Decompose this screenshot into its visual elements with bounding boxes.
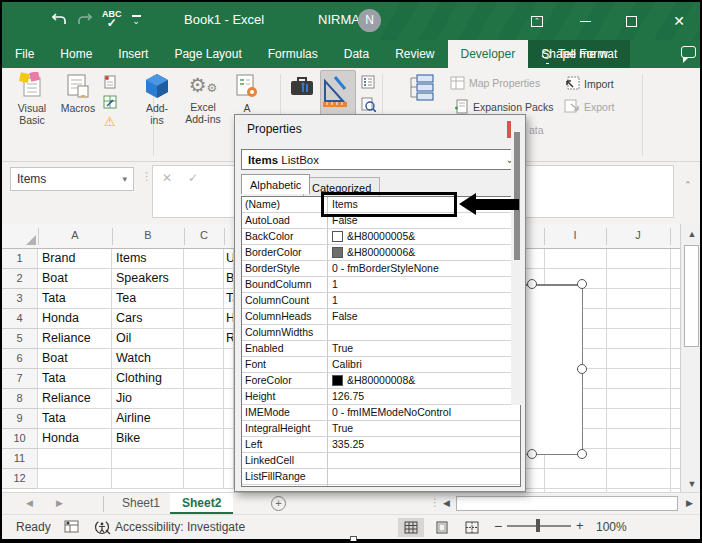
excel-addins-button[interactable]: ⚙⚙ Excel Add-ins [180,72,226,125]
property-row-columnheads[interactable]: ColumnHeadsFalse [242,309,520,325]
selection-handle[interactable] [577,364,587,374]
selection-handle[interactable] [577,279,587,289]
row-header[interactable]: 1 [2,249,38,269]
namebox-splitter[interactable]: ⋮ [141,170,152,183]
tab-alphabetic[interactable]: Alphabetic [241,174,310,194]
page-layout-view-icon[interactable] [429,518,455,537]
ribbon-display-options-icon[interactable]: ⌃ [520,8,554,34]
property-grid-scrollbar[interactable] [511,116,524,405]
scroll-left-icon[interactable]: ◀ [443,498,450,508]
property-row-imemode[interactable]: IMEMode0 - fmIMEModeNoControl [242,405,520,421]
vscroll-thumb[interactable] [684,245,699,347]
property-row-borderstyle[interactable]: BorderStyle0 - fmBorderStyleNone [242,261,520,277]
cell-a[interactable] [38,449,112,469]
cell-d-peek[interactable]: B [224,269,234,289]
new-sheet-icon[interactable]: + [271,496,286,511]
cell-b[interactable]: Items [112,249,184,269]
cell-c[interactable] [184,289,224,309]
prev-sheet-icon[interactable]: ◀ [26,498,33,508]
selection-handle[interactable] [527,279,537,289]
cell-b[interactable]: Jio [112,389,184,409]
cell-d-peek[interactable] [224,389,234,409]
property-row-forecolor[interactable]: ForeColor&H80000008& [242,373,520,389]
cancel-entry-icon[interactable]: ✕ [162,171,172,185]
spelling-icon[interactable]: ABC✓ [102,10,122,28]
property-row-boundcolumn[interactable]: BoundColumn1 [242,277,520,293]
property-row-height[interactable]: Height126.75 [242,389,520,405]
scroll-up-icon[interactable]: ▲ [681,229,702,239]
property-row-left[interactable]: Left335.25 [242,437,520,453]
name-box[interactable]: Items ▾ [10,167,134,191]
cell-b[interactable]: Speakers [112,269,184,289]
cell-d-peek[interactable]: Ta [224,289,234,309]
property-value[interactable]: True [328,421,520,437]
tab-data[interactable]: Data [331,40,382,68]
design-mode-button[interactable] [320,70,356,116]
property-value[interactable]: &H80000005& [328,229,520,245]
property-value[interactable]: &H80000008& [328,373,520,389]
row-header[interactable]: 7 [2,369,38,389]
minimize-button[interactable] [568,8,602,34]
customize-qat-icon[interactable]: ⌄ [132,15,141,24]
column-header-I[interactable]: I [573,229,576,241]
tab-formulas[interactable]: Formulas [255,40,331,68]
cell-b[interactable]: Watch [112,349,184,369]
hscroll-thumb[interactable] [456,496,678,511]
addins-button[interactable]: Add- ins [140,72,174,126]
expansion-packs-button[interactable]: Expansion Packs [454,99,554,114]
row-header[interactable]: 5 [2,329,38,349]
column-header-B[interactable]: B [144,229,151,241]
confirm-entry-icon[interactable]: ✓ [188,171,198,185]
cell-c[interactable] [184,269,224,289]
listbox-control[interactable] [522,284,583,455]
record-macro-status-icon[interactable] [64,519,79,537]
accessibility-icon[interactable] [94,519,111,538]
cell-d-peek[interactable] [224,409,234,429]
property-row-font[interactable]: FontCalibri [242,357,520,373]
row-header[interactable]: 10 [2,429,38,449]
visual-basic-button[interactable]: Visual Basic [10,72,54,126]
zoom-slider-thumb[interactable] [536,519,540,532]
page-break-view-icon[interactable] [459,518,485,537]
collapse-formula-bar-icon[interactable]: ⌃ [684,180,692,190]
cell-d-peek[interactable]: R [224,329,234,349]
property-value[interactable]: 0 - fmListStylePlain [328,485,520,487]
property-value[interactable]: 335.25 [328,437,520,453]
property-row-columncount[interactable]: ColumnCount1 [242,293,520,309]
tabbar-splitter[interactable]: ⋮ [430,497,440,508]
cell-d-peek[interactable] [224,429,234,449]
property-value[interactable]: 1 [328,277,520,293]
cell-b[interactable]: Airline [112,409,184,429]
tab-page-layout[interactable]: Page Layout [161,40,254,68]
property-row-integralheight[interactable]: IntegralHeightTrue [242,421,520,437]
property-value[interactable]: True [328,341,520,357]
horizontal-scrollbar[interactable]: ◀ ▶ [440,495,696,512]
cell-c[interactable] [184,349,224,369]
cell-b[interactable]: Cars [112,309,184,329]
selection-handle[interactable] [527,449,537,459]
cell-d-peek[interactable]: H [224,309,234,329]
cell-b[interactable]: Clothing [112,369,184,389]
cell-b[interactable]: Oil [112,329,184,349]
cell-a[interactable]: Tata [38,369,112,389]
cell-d-peek[interactable] [224,469,234,489]
cell-a[interactable]: Honda [38,429,112,449]
property-value[interactable] [328,469,520,485]
cell-d-peek[interactable] [224,369,234,389]
cell-a[interactable]: Tata [38,409,112,429]
row-header[interactable]: 9 [2,409,38,429]
tell-me-box[interactable]: Tell me w [542,40,608,68]
property-value[interactable] [328,325,520,341]
avatar[interactable]: N [358,9,381,32]
record-macro-button[interactable] [102,74,118,90]
row-header[interactable]: 6 [2,349,38,369]
property-value[interactable]: &H80000006& [328,245,520,261]
row-header[interactable]: 12 [2,469,38,489]
cell-c[interactable] [184,449,224,469]
cell-c[interactable] [184,429,224,449]
zoom-out-icon[interactable]: − [494,518,502,534]
property-value[interactable]: 0 - fmBorderStyleNone [328,261,520,277]
zoom-level[interactable]: 100% [596,520,627,534]
selection-handle[interactable] [577,449,587,459]
cell-c[interactable] [184,369,224,389]
